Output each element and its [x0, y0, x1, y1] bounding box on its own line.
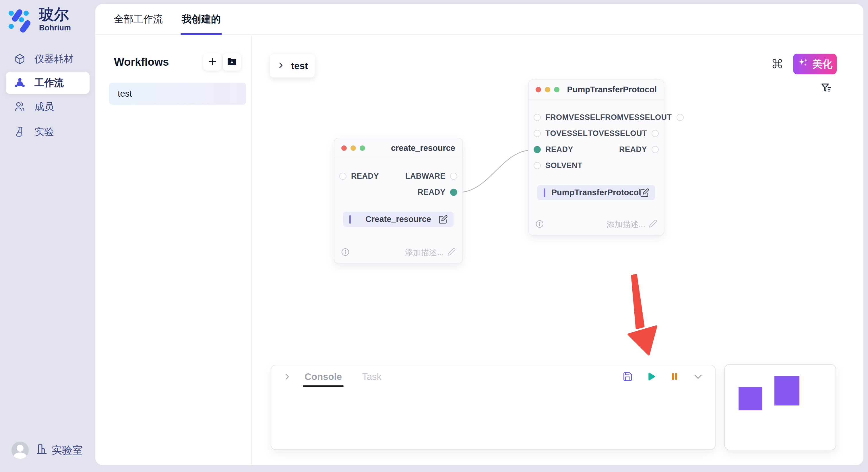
chevron-down-icon: [693, 371, 704, 383]
test-tube-icon: [14, 126, 26, 138]
save-icon: [623, 371, 633, 382]
workflow-canvas[interactable]: test: [252, 36, 863, 465]
output-port-ready[interactable]: [652, 146, 659, 153]
node-action-button[interactable]: Create_resource: [343, 212, 454, 227]
pencil-icon: [447, 247, 456, 258]
minimap-node: [739, 387, 763, 410]
traffic-light-dots: [341, 145, 365, 151]
dot-yellow: [350, 145, 356, 151]
edit-icon[interactable]: [439, 215, 448, 224]
workspace-switcher[interactable]: 实验室: [36, 443, 83, 458]
import-folder-button[interactable]: [223, 53, 241, 71]
workflow-list-item[interactable]: test: [109, 82, 246, 105]
save-button[interactable]: [623, 371, 633, 382]
input-port-fromvessel[interactable]: [534, 114, 541, 121]
description-placeholder[interactable]: 添加描述...: [405, 247, 456, 258]
sidebar-nav: 仪器耗材 工作流: [0, 46, 95, 144]
app-root: 玻尔 Bohrium 仪器耗材: [0, 0, 868, 472]
run-button[interactable]: [646, 371, 656, 382]
plus-icon: [208, 57, 217, 67]
description-placeholder[interactable]: 添加描述...: [607, 219, 657, 230]
team-icon: [14, 77, 26, 89]
sidebar-item-experiments[interactable]: 实验: [0, 119, 95, 144]
dot-red: [536, 87, 541, 92]
sparkles-icon: [797, 57, 809, 71]
dot-green: [554, 87, 559, 92]
output-port-ready[interactable]: [450, 189, 457, 196]
console-collapse-button[interactable]: [693, 371, 704, 383]
output-port-fromvesselout[interactable]: [677, 114, 684, 121]
avatar[interactable]: [11, 442, 29, 459]
output-port-labware[interactable]: [450, 173, 457, 180]
info-icon[interactable]: [341, 247, 350, 258]
input-port-ready[interactable]: [339, 173, 346, 180]
pause-button[interactable]: [670, 372, 679, 382]
brand-name-en: Bohrium: [39, 24, 71, 32]
bohrium-logo-icon: [8, 6, 34, 34]
sidebar-footer: 实验室: [11, 442, 83, 459]
sidebar-item-workflows[interactable]: 工作流: [6, 72, 90, 94]
info-icon[interactable]: [535, 220, 544, 230]
sidebar-item-instruments[interactable]: 仪器耗材: [0, 46, 95, 72]
workflows-title: Workflows: [114, 56, 169, 68]
main-panel: 全部工作流 我创建的 Workflows: [95, 4, 863, 465]
minimap-node: [774, 376, 799, 405]
node-pump-transfer-protocol[interactable]: PumpTransferProtocol FROMVESSEL FROMVESS…: [528, 79, 664, 236]
tab-created-by-me[interactable]: 我创建的: [182, 4, 221, 34]
tab-all-workflows[interactable]: 全部工作流: [114, 4, 163, 34]
input-port-solvent[interactable]: [534, 162, 541, 169]
sidebar-item-label: 成员: [34, 100, 54, 113]
sidebar: 玻尔 Bohrium 仪器耗材: [0, 0, 95, 472]
filter-button[interactable]: [820, 82, 833, 95]
workspace-label: 实验室: [52, 443, 83, 458]
sidebar-item-members[interactable]: 成员: [0, 94, 95, 119]
chevron-right-icon: [277, 61, 285, 71]
accent-bar: [544, 189, 545, 197]
filter-funnel-icon: [820, 82, 832, 95]
sidebar-item-label: 工作流: [34, 76, 64, 90]
input-port-ready[interactable]: [534, 146, 541, 153]
node-action-button[interactable]: PumpTransferProtocol: [537, 185, 655, 200]
console-panel: Console Task: [271, 365, 716, 450]
add-workflow-button[interactable]: [203, 53, 222, 71]
minimap[interactable]: [724, 364, 836, 450]
auto-layout-button[interactable]: [771, 58, 784, 71]
traffic-light-dots: [536, 87, 559, 92]
node-title: create_resource: [391, 143, 455, 153]
beautify-label: 美化: [812, 57, 832, 71]
brand-logo: 玻尔 Bohrium: [8, 6, 71, 34]
workflows-panel: Workflows: [95, 36, 252, 465]
workflow-list: test: [95, 71, 251, 105]
console-collapse-left-button[interactable]: [283, 372, 291, 381]
dot-yellow: [545, 87, 550, 92]
run-icon: [646, 371, 656, 382]
console-tab[interactable]: Console: [305, 371, 342, 382]
node-create-resource[interactable]: create_resource READY LABWARE: [334, 138, 463, 264]
dot-red: [341, 145, 347, 151]
accent-bar: [349, 215, 351, 224]
breadcrumb[interactable]: test: [270, 54, 315, 77]
breadcrumb-label: test: [291, 61, 308, 71]
header-tabs: 全部工作流 我创建的: [95, 4, 863, 35]
folder-download-icon: [227, 57, 237, 68]
command-icon: [772, 58, 783, 71]
brand-name-zh: 玻尔: [39, 6, 69, 23]
output-port-tovesselout[interactable]: [652, 130, 659, 137]
sidebar-item-label: 仪器耗材: [34, 53, 73, 66]
dot-green: [360, 145, 365, 151]
node-title: PumpTransferProtocol: [567, 85, 657, 94]
task-tab[interactable]: Task: [362, 371, 381, 382]
beautify-button[interactable]: 美化: [793, 54, 837, 74]
pause-icon: [670, 372, 679, 382]
members-icon: [14, 101, 26, 113]
box-icon: [14, 53, 26, 65]
building-icon: [36, 443, 48, 458]
input-port-tovessel[interactable]: [534, 130, 541, 137]
sidebar-item-label: 实验: [34, 125, 54, 138]
pencil-icon: [649, 220, 657, 230]
edit-icon[interactable]: [640, 188, 649, 197]
